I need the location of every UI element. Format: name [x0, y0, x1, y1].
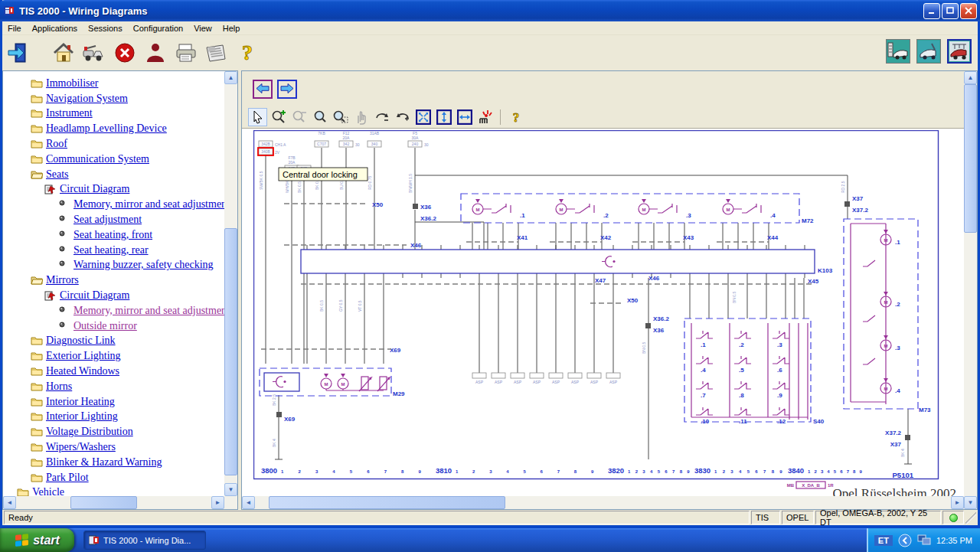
scroll-left-icon[interactable]: ◄	[242, 496, 255, 509]
fit-window-button[interactable]	[413, 108, 433, 126]
stop-button[interactable]	[111, 39, 139, 67]
tree-link[interactable]: Seats	[46, 168, 69, 181]
folder-closed-icon[interactable]	[31, 381, 43, 392]
folder-closed-icon[interactable]	[31, 426, 43, 437]
tree-link[interactable]: Immobiliser	[46, 77, 98, 90]
close-button[interactable]	[960, 3, 977, 19]
folder-closed-icon[interactable]	[31, 139, 43, 149]
tree-link[interactable]: Voltage Distribution	[46, 426, 133, 438]
tree-link[interactable]: Circuit Diagram	[60, 289, 129, 302]
fit-height-button[interactable]	[434, 108, 453, 126]
tree-link[interactable]: Park Pilot	[46, 472, 89, 484]
select-tool-button[interactable]	[248, 108, 267, 126]
folder-closed-icon[interactable]	[17, 487, 29, 496]
folder-open-icon[interactable]	[31, 169, 43, 180]
menu-item-applications[interactable]: Applications	[27, 22, 83, 34]
tree-link[interactable]: Mirrors	[46, 274, 79, 286]
folder-closed-icon[interactable]	[31, 123, 43, 134]
tree-link[interactable]: Interior Heating	[46, 396, 115, 408]
tree-link[interactable]: Seat heating, front	[74, 229, 152, 241]
menu-item-view[interactable]: View	[188, 22, 217, 34]
zoom-area-button[interactable]	[331, 108, 350, 126]
module-wiring-button[interactable]	[947, 39, 972, 64]
folder-open-icon[interactable]	[31, 275, 43, 286]
nav-forward-button[interactable]	[277, 80, 297, 99]
resize-grip[interactable]	[965, 511, 976, 524]
folder-closed-icon[interactable]	[31, 411, 43, 422]
tree-link[interactable]: Wipers/Washers	[46, 441, 116, 453]
help-button[interactable]: ?	[234, 39, 261, 67]
hide-icons-icon[interactable]	[898, 534, 912, 547]
tree-link[interactable]: Roof	[46, 138, 67, 150]
zoom-in-button[interactable]	[269, 108, 288, 126]
rotate-ccw-button[interactable]	[393, 108, 412, 126]
tree-link[interactable]: Vehicle	[32, 486, 64, 496]
scroll-left-icon[interactable]: ◄	[3, 496, 16, 509]
menu-item-help[interactable]: Help	[217, 22, 246, 34]
menu-item-configuration[interactable]: Configuration	[128, 22, 188, 34]
scroll-down-icon[interactable]: ▼	[224, 483, 237, 496]
tree-link[interactable]: Blinker & Hazard Warning	[46, 456, 162, 469]
exit-button[interactable]	[5, 39, 33, 67]
fit-width-button[interactable]	[455, 108, 474, 126]
tree-link[interactable]: Communication System	[46, 153, 149, 165]
nav-back-button[interactable]	[253, 80, 273, 99]
pan-tool-button[interactable]	[351, 108, 371, 126]
tree-link[interactable]: Instrument	[46, 107, 93, 119]
maximize-button[interactable]	[942, 3, 959, 19]
folder-closed-icon[interactable]	[31, 108, 43, 119]
tree-vertical-scrollbar[interactable]: ▲ ▼	[224, 71, 237, 496]
tree-link[interactable]: Interior Lighting	[46, 410, 118, 423]
folder-closed-icon[interactable]	[31, 472, 43, 483]
keyboard-layout-badge[interactable]: ET	[874, 535, 893, 546]
module-diagnosis-button[interactable]	[886, 39, 910, 64]
tree-link[interactable]: Circuit Diagram	[60, 183, 129, 195]
home-button[interactable]	[50, 39, 77, 67]
scroll-down-icon[interactable]: ▼	[964, 496, 977, 509]
print-button[interactable]	[172, 39, 200, 67]
folder-closed-icon[interactable]	[31, 442, 43, 452]
folder-closed-icon[interactable]	[31, 78, 43, 89]
zoom-tool-button[interactable]	[310, 108, 329, 126]
tree-link[interactable]: Diagnostic Link	[46, 335, 116, 347]
folder-closed-icon[interactable]	[31, 335, 43, 346]
tree-link[interactable]: Outside mirror	[74, 320, 137, 332]
network-icon[interactable]	[917, 534, 931, 546]
tree-link[interactable]: Exterior Lighting	[46, 350, 121, 362]
tree-link[interactable]: Memory, mirror and seat adjustment	[74, 305, 224, 317]
highlight-wire-button[interactable]	[475, 108, 495, 126]
wiring-diagram-canvas[interactable]: 342BCH1 A340B2V84BF7B20A74BC7077KB342F12…	[242, 129, 964, 496]
diagram-horizontal-scrollbar[interactable]: ◄ ►	[242, 496, 964, 509]
tree-link[interactable]: Headlamp Levelling Device	[46, 122, 167, 135]
rotate-cw-button[interactable]	[372, 108, 391, 126]
diagram-vertical-scrollbar[interactable]: ▲ ▼	[964, 71, 977, 509]
tree-link[interactable]: Navigation System	[46, 93, 128, 105]
scroll-up-icon[interactable]: ▲	[964, 71, 977, 84]
scroll-up-icon[interactable]: ▲	[224, 71, 237, 84]
news-button[interactable]	[203, 39, 230, 67]
user-button[interactable]	[142, 39, 169, 67]
minimize-button[interactable]	[923, 3, 940, 19]
zoom-out-button[interactable]	[289, 108, 309, 126]
folder-closed-icon[interactable]	[31, 457, 43, 468]
menu-item-sessions[interactable]: Sessions	[83, 22, 128, 34]
start-button[interactable]: start	[0, 528, 74, 552]
folder-closed-icon[interactable]	[31, 93, 43, 104]
folder-closed-icon[interactable]	[31, 154, 43, 165]
diagram-help-button[interactable]: ?	[506, 108, 525, 126]
circuit-diagram-icon[interactable]	[44, 184, 57, 194]
menu-item-file[interactable]: File	[2, 22, 27, 34]
scroll-right-icon[interactable]: ►	[211, 496, 224, 509]
tow-truck-button[interactable]	[80, 39, 108, 67]
module-service-button[interactable]	[916, 39, 941, 64]
tree-horizontal-scrollbar[interactable]: ◄ ►	[3, 496, 224, 509]
scroll-right-icon[interactable]: ►	[951, 496, 964, 509]
tree-link[interactable]: Memory, mirror and seat adjustment	[74, 198, 224, 211]
tree-link[interactable]: Seat heating, rear	[74, 244, 149, 256]
tree-link[interactable]: Horns	[46, 381, 72, 393]
tree-link[interactable]: Warning buzzer, safety checking	[74, 259, 214, 271]
tree-link[interactable]: Seat adjustment	[74, 214, 142, 226]
taskbar-item[interactable]: TIS 2000 - Wiring Dia...	[83, 531, 206, 550]
tree-link[interactable]: Heated Windows	[46, 365, 119, 377]
folder-closed-icon[interactable]	[31, 397, 43, 407]
